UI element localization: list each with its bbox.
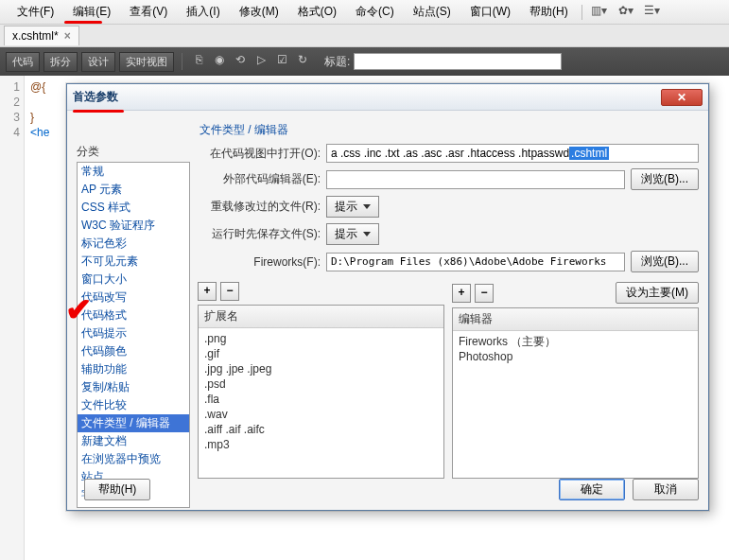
extension-item[interactable]: .mp3 <box>204 437 438 452</box>
fireworks-path-input[interactable] <box>326 253 625 271</box>
category-item[interactable]: 文件类型 / 编辑器 <box>78 414 189 432</box>
editor-item[interactable]: Photoshop <box>459 349 692 364</box>
extension-item[interactable]: .fla <box>204 392 438 407</box>
extension-item[interactable]: .wav <box>204 407 438 422</box>
refresh-icon[interactable]: ↻ <box>294 53 311 70</box>
category-item[interactable]: 不可见元素 <box>78 253 189 271</box>
category-item[interactable]: 辅助功能 <box>78 360 189 378</box>
remove-extension-button[interactable]: − <box>220 282 239 301</box>
toolbar-icon-3[interactable]: ⟲ <box>232 53 249 70</box>
toolbar-icon-1[interactable]: ⎘ <box>190 53 207 70</box>
title-input[interactable] <box>354 53 562 70</box>
external-editor-input[interactable] <box>326 170 625 189</box>
document-tabs: x.cshtml* × <box>0 25 729 47</box>
separator <box>182 53 182 70</box>
category-item[interactable]: 标记色彩 <box>78 235 189 253</box>
title-label: 标题: <box>324 54 350 70</box>
category-item[interactable]: 窗口大小 <box>78 271 189 289</box>
view-design-button[interactable]: 设计 <box>81 52 115 72</box>
annotation-checkmark: ✔ <box>65 300 92 319</box>
dialog-body: ✔ 文件类型 / 编辑器 分类 常规AP 元素CSS 样式W3C 验证程序标记色… <box>67 111 708 510</box>
menu-bar: 文件(F) 编辑(E) 查看(V) 插入(I) 修改(M) 格式(O) 命令(C… <box>0 0 729 25</box>
open-in-code-input[interactable]: a .css .inc .txt .as .asc .asr .htaccess… <box>326 144 699 163</box>
tab-file[interactable]: x.cshtml* × <box>4 26 79 45</box>
category-item[interactable]: AP 元素 <box>78 181 189 199</box>
extensions-panel: + − 扩展名 .png.gif.jpg .jpe .jpeg.psd.fla.… <box>198 282 444 479</box>
preferences-dialog: 首选参数 ✕ ✔ 文件类型 / 编辑器 分类 常规AP 元素CSS 样式W3C … <box>66 83 709 511</box>
menu-help[interactable]: 帮助(H) <box>520 1 578 23</box>
editors-header: 编辑器 <box>453 308 698 331</box>
gear-icon[interactable]: ✿▾ <box>616 4 636 21</box>
dialog-title: 首选参数 <box>73 89 118 105</box>
category-label: 分类 <box>77 144 190 160</box>
settings-panel: 在代码视图中打开(O): a .css .inc .txt .as .asc .… <box>198 144 699 479</box>
dialog-footer: 帮助(H) 确定 取消 <box>77 479 699 500</box>
code-text[interactable]: @{ } <he <box>25 76 55 560</box>
extension-item[interactable]: .jpg .jpe .jpeg <box>204 361 438 376</box>
menu-format[interactable]: 格式(O) <box>288 1 346 23</box>
view-code-button[interactable]: 代码 <box>6 52 40 72</box>
browse-button-2[interactable]: 浏览(B)... <box>631 251 699 272</box>
menu-window[interactable]: 窗口(W) <box>460 1 520 23</box>
ok-button[interactable]: 确定 <box>559 479 625 500</box>
category-item[interactable]: 文件比较 <box>78 396 189 414</box>
menu-commands[interactable]: 命令(C) <box>346 1 404 23</box>
category-item[interactable]: 在浏览器中预览 <box>78 450 189 468</box>
extension-item[interactable]: .gif <box>204 346 438 361</box>
add-extension-button[interactable]: + <box>198 282 217 301</box>
category-item[interactable]: 复制/粘贴 <box>78 378 189 396</box>
document-toolbar: 代码 拆分 设计 实时视图 ⎘ ◉ ⟲ ▷ ☑ ↻ 标题: <box>0 47 729 76</box>
menu-edit[interactable]: 编辑(E) <box>63 1 120 23</box>
extension-item[interactable]: .aiff .aif .aifc <box>204 422 438 437</box>
set-primary-button[interactable]: 设为主要(M) <box>616 282 699 304</box>
editor-item[interactable]: Fireworks （主要） <box>459 334 692 349</box>
view-live-button[interactable]: 实时视图 <box>119 52 174 72</box>
extensions-list[interactable]: 扩展名 .png.gif.jpg .jpe .jpeg.psd.fla.wav.… <box>198 305 444 479</box>
category-item[interactable]: 常规 <box>78 163 189 181</box>
chevron-down-icon <box>363 204 371 209</box>
selected-text: .cshtml <box>569 147 609 160</box>
panel-icon[interactable]: ☰▾ <box>642 4 663 21</box>
extension-item[interactable]: .png <box>204 331 438 346</box>
category-item[interactable]: 新建文档 <box>78 432 189 450</box>
category-item[interactable]: 代码改写 <box>78 289 189 306</box>
category-list[interactable]: 常规AP 元素CSS 样式W3C 验证程序标记色彩不可见元素窗口大小代码改写代码… <box>77 162 190 508</box>
toolbar-icon-5[interactable]: ☑ <box>273 53 290 70</box>
save-label: 运行时先保存文件(S): <box>198 226 321 242</box>
reload-dropdown[interactable]: 提示 <box>326 196 379 218</box>
menu-insert[interactable]: 插入(I) <box>177 1 229 23</box>
category-item[interactable]: CSS 样式 <box>78 199 189 217</box>
save-dropdown[interactable]: 提示 <box>326 223 379 245</box>
remove-editor-button[interactable]: − <box>475 284 494 303</box>
line-gutter: 1 2 3 4 <box>0 76 25 560</box>
editors-list[interactable]: 编辑器 Fireworks （主要）Photoshop <box>452 307 699 479</box>
category-column: 分类 常规AP 元素CSS 样式W3C 验证程序标记色彩不可见元素窗口大小代码改… <box>77 144 190 479</box>
category-item[interactable]: 代码提示 <box>78 324 189 342</box>
category-item[interactable]: 代码颜色 <box>78 342 189 360</box>
tab-close-icon[interactable]: × <box>64 29 71 43</box>
help-button[interactable]: 帮助(H) <box>84 479 150 500</box>
toolbar-icon-4[interactable]: ▷ <box>252 53 269 70</box>
browse-button-1[interactable]: 浏览(B)... <box>631 168 699 190</box>
menu-site[interactable]: 站点(S) <box>404 1 460 23</box>
dialog-titlebar[interactable]: 首选参数 ✕ <box>67 84 708 111</box>
category-item[interactable]: W3C 验证程序 <box>78 217 189 235</box>
cancel-button[interactable]: 取消 <box>633 479 699 500</box>
dialog-close-button[interactable]: ✕ <box>661 89 703 106</box>
add-editor-button[interactable]: + <box>452 284 471 303</box>
category-item[interactable]: 代码格式 <box>78 306 189 324</box>
editors-panel: + − 设为主要(M) 编辑器 Fireworks （主要）Photoshop <box>452 282 699 479</box>
menu-file[interactable]: 文件(F) <box>8 1 63 23</box>
menu-view[interactable]: 查看(V) <box>120 1 177 23</box>
view-split-button[interactable]: 拆分 <box>43 52 78 72</box>
separator <box>581 5 582 20</box>
external-editor-label: 外部代码编辑器(E): <box>198 171 321 187</box>
globe-icon[interactable]: ◉ <box>211 53 228 70</box>
extension-item[interactable]: .psd <box>204 376 438 392</box>
layout-icon[interactable]: ▥▾ <box>589 4 610 21</box>
reload-label: 重载修改过的文件(R): <box>198 199 321 215</box>
menu-modify[interactable]: 修改(M) <box>230 1 288 23</box>
tab-filename: x.cshtml* <box>12 29 59 43</box>
chevron-down-icon <box>363 232 371 236</box>
section-title: 文件类型 / 编辑器 <box>200 122 699 138</box>
